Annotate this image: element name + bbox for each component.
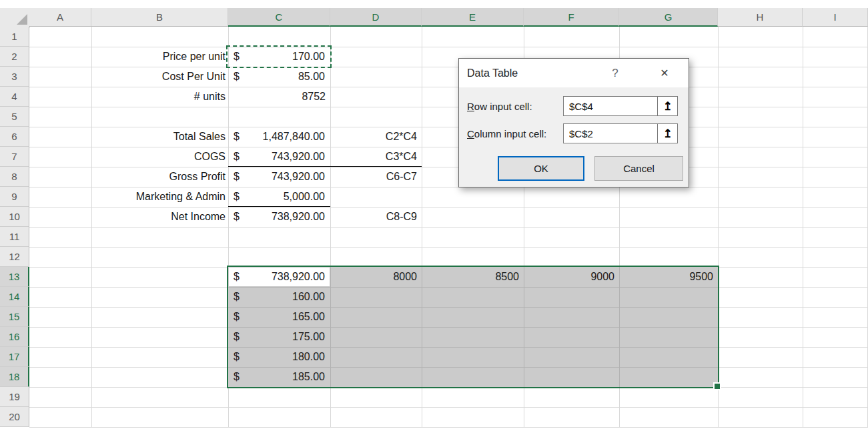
cell-C17[interactable]: $180.00 bbox=[228, 347, 330, 367]
cell-value: 5,000.00 bbox=[284, 187, 325, 207]
cancel-button[interactable]: Cancel bbox=[594, 156, 683, 181]
cell-B10[interactable]: Net Income bbox=[91, 207, 228, 227]
column-header-A[interactable]: A bbox=[29, 8, 91, 27]
column-input-cell-field[interactable] bbox=[563, 123, 658, 143]
row-header-12[interactable]: 12 bbox=[0, 247, 29, 267]
cell-C13[interactable]: $738,920.00 bbox=[228, 267, 330, 287]
dialog-title: Data Table bbox=[467, 59, 518, 87]
help-icon[interactable]: ? bbox=[607, 59, 623, 87]
row-header-15[interactable]: 15 bbox=[0, 307, 29, 327]
excel-worksheet: ABCDEFGHI1234567891011121314151617181920… bbox=[0, 0, 868, 429]
cell-C14[interactable]: $160.00 bbox=[228, 287, 330, 307]
row-header-16[interactable]: 16 bbox=[0, 327, 29, 347]
data-table-dialog: Data Table ? ✕ Row input cell: ↥ Column … bbox=[458, 58, 689, 187]
cell-B7[interactable]: COGS bbox=[91, 147, 228, 167]
column-label-accelerator: C bbox=[467, 128, 474, 139]
cell-B2[interactable]: Price per unit bbox=[91, 47, 228, 67]
cell-value: 1,487,840.00 bbox=[263, 127, 325, 147]
currency-symbol: $ bbox=[234, 187, 240, 207]
cell-C10[interactable]: $738,920.00 bbox=[228, 207, 330, 227]
column-header-D[interactable]: D bbox=[330, 8, 422, 27]
currency-symbol: $ bbox=[234, 347, 240, 367]
currency-symbol: $ bbox=[234, 267, 240, 287]
cell-value: 160.00 bbox=[292, 287, 325, 307]
cell-C9[interactable]: $5,000.00 bbox=[228, 187, 330, 207]
dialog-titlebar[interactable]: Data Table ? ✕ bbox=[459, 59, 689, 87]
cell-E13[interactable]: 8500 bbox=[422, 267, 524, 287]
currency-symbol: $ bbox=[234, 67, 240, 87]
cell-D6[interactable]: C2*C4 bbox=[330, 127, 422, 147]
column-label-text: olumn input cell: bbox=[474, 128, 546, 139]
currency-symbol: $ bbox=[234, 367, 240, 387]
fill-handle[interactable] bbox=[715, 384, 720, 389]
row-header-10[interactable]: 10 bbox=[0, 207, 29, 227]
cell-C7[interactable]: $743,920.00 bbox=[228, 147, 330, 167]
row-header-13[interactable]: 13 bbox=[0, 267, 29, 287]
ok-button[interactable]: OK bbox=[498, 156, 584, 181]
currency-symbol: $ bbox=[234, 147, 240, 167]
row-header-4[interactable]: 4 bbox=[0, 87, 29, 107]
gridline bbox=[29, 427, 868, 428]
cell-B4[interactable]: # units bbox=[91, 87, 228, 107]
cell-C3[interactable]: $85.00 bbox=[228, 67, 330, 87]
cell-value: 743,920.00 bbox=[272, 147, 325, 167]
row-header-2[interactable]: 2 bbox=[0, 47, 29, 67]
cell-value: 185.00 bbox=[292, 367, 325, 387]
cell-value: 738,920.00 bbox=[272, 267, 325, 287]
range-selector-icon[interactable]: ↥ bbox=[657, 96, 678, 116]
cell-C16[interactable]: $175.00 bbox=[228, 327, 330, 347]
cell-D10[interactable]: C8-C9 bbox=[330, 207, 422, 227]
row-header-19[interactable]: 19 bbox=[0, 387, 29, 407]
cell-C6[interactable]: $1,487,840.00 bbox=[228, 127, 330, 147]
cell-value: 180.00 bbox=[292, 347, 325, 367]
gridline bbox=[29, 227, 868, 228]
row-header-14[interactable]: 14 bbox=[0, 287, 29, 307]
row-header-11[interactable]: 11 bbox=[0, 227, 29, 247]
row-input-cell-label: Row input cell: bbox=[467, 96, 532, 116]
row-header-7[interactable]: 7 bbox=[0, 147, 29, 167]
column-header-B[interactable]: B bbox=[91, 8, 228, 27]
gridline bbox=[29, 247, 868, 248]
column-header-I[interactable]: I bbox=[803, 8, 868, 27]
cell-C15[interactable]: $165.00 bbox=[228, 307, 330, 327]
cell-B3[interactable]: Cost Per Unit bbox=[91, 67, 228, 87]
column-header-F[interactable]: F bbox=[524, 8, 619, 27]
cell-C18[interactable]: $185.00 bbox=[228, 367, 330, 387]
cell-C8[interactable]: $743,920.00 bbox=[228, 167, 330, 187]
row-header-6[interactable]: 6 bbox=[0, 127, 29, 147]
cell-B9[interactable]: Marketing & Admin bbox=[91, 187, 228, 207]
cell-B8[interactable]: Gross Profit bbox=[91, 167, 228, 187]
cell-B6[interactable]: Total Sales bbox=[91, 127, 228, 147]
currency-symbol: $ bbox=[234, 327, 240, 347]
range-selector-icon[interactable]: ↥ bbox=[657, 123, 678, 143]
gridline bbox=[29, 407, 868, 408]
row-header-20[interactable]: 20 bbox=[0, 407, 29, 427]
column-input-cell-label: Column input cell: bbox=[467, 123, 546, 143]
row-header-17[interactable]: 17 bbox=[0, 347, 29, 367]
row-header-18[interactable]: 18 bbox=[0, 367, 29, 387]
row-header-9[interactable]: 9 bbox=[0, 187, 29, 207]
cell-D8[interactable]: C6-C7 bbox=[330, 167, 422, 187]
cell-F13[interactable]: 9000 bbox=[524, 267, 619, 287]
cell-G13[interactable]: 9500 bbox=[619, 267, 718, 287]
cell-value: 738,920.00 bbox=[272, 207, 325, 227]
row-header-5[interactable]: 5 bbox=[0, 107, 29, 127]
column-header-H[interactable]: H bbox=[718, 8, 803, 27]
cell-C4[interactable]: 8752 bbox=[228, 87, 330, 107]
row-header-1[interactable]: 1 bbox=[0, 27, 29, 47]
cell-D13[interactable]: 8000 bbox=[330, 267, 422, 287]
column-header-G[interactable]: G bbox=[619, 8, 718, 27]
currency-symbol: $ bbox=[234, 167, 240, 187]
row-header-3[interactable]: 3 bbox=[0, 67, 29, 87]
select-all-corner[interactable] bbox=[0, 8, 30, 27]
row-input-cell-field[interactable] bbox=[563, 96, 658, 116]
cell-value: 165.00 bbox=[292, 307, 325, 327]
column-header-E[interactable]: E bbox=[422, 8, 524, 27]
row-label-accelerator: R bbox=[467, 101, 474, 112]
currency-symbol: $ bbox=[234, 287, 240, 307]
gridline bbox=[29, 107, 868, 107]
column-header-C[interactable]: C bbox=[228, 8, 330, 27]
close-icon[interactable]: ✕ bbox=[655, 59, 674, 87]
cell-D7[interactable]: C3*C4 bbox=[330, 147, 422, 167]
row-header-8[interactable]: 8 bbox=[0, 167, 29, 187]
